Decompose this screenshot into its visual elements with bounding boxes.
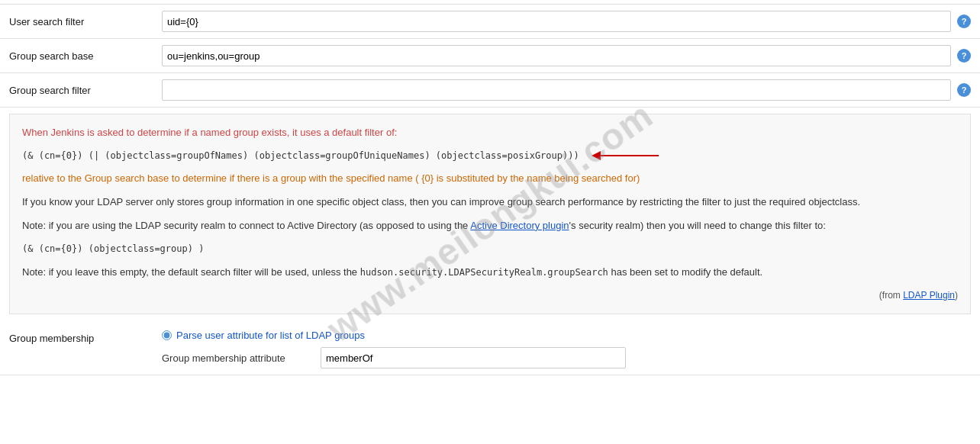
group-search-base-row: Group search base ?	[0, 39, 980, 73]
active-directory-plugin-link[interactable]: Active Directory plugin	[470, 220, 569, 231]
group-search-filter-input-wrap: ?	[162, 79, 971, 101]
radio-row: Parse user attribute for list of LDAP gr…	[162, 330, 971, 341]
group-search-base-label: Group search base	[9, 50, 162, 62]
user-search-filter-input[interactable]	[162, 11, 951, 32]
group-membership-attribute-input[interactable]	[321, 347, 626, 368]
red-arrow	[592, 150, 660, 162]
info-line7-pre: Note: if you leave this empty, the defau…	[22, 266, 360, 278]
from-post: )	[955, 290, 958, 301]
user-search-filter-row: User search filter ?	[0, 5, 980, 39]
info-line4: If you know your LDAP server only stores…	[22, 195, 958, 211]
info-line7-post: has been set to modify the default.	[608, 266, 762, 278]
user-search-filter-input-wrap: ?	[162, 11, 971, 32]
info-line6: (& (cn={0}) (objectclass=group) )	[22, 241, 958, 257]
info-line5-pre: Note: if you are using the LDAP security…	[22, 220, 470, 231]
info-line5: Note: if you are using the LDAP security…	[22, 218, 958, 234]
group-search-filter-label: Group search filter	[9, 85, 162, 96]
group-membership-attribute-label: Group membership attribute	[162, 352, 314, 364]
svg-marker-1	[592, 151, 601, 160]
user-search-filter-help[interactable]: ?	[957, 14, 971, 28]
info-line7-code: hudson.security.LDAPSecurityRealm.groupS…	[360, 267, 608, 278]
group-membership-content: Parse user attribute for list of LDAP gr…	[162, 330, 971, 368]
info-line1: When Jenkins is asked to determine if a …	[22, 125, 958, 141]
info-line2-row: (& (cn={0}) (| (objectclass=groupOfNames…	[22, 149, 958, 163]
group-search-filter-help[interactable]: ?	[957, 83, 971, 97]
info-line5-post: 's security realm) then you will need to…	[569, 220, 826, 231]
info-line2: (& (cn={0}) (| (objectclass=groupOfNames…	[22, 149, 579, 163]
group-search-base-input[interactable]	[162, 45, 951, 66]
group-search-base-help[interactable]: ?	[957, 49, 971, 63]
parse-user-attribute-label: Parse user attribute for list of LDAP gr…	[176, 330, 365, 341]
ldap-plugin-link[interactable]: LDAP Plugin	[903, 290, 955, 301]
group-membership-attribute-row: Group membership attribute	[162, 347, 971, 368]
from-line: (from LDAP Plugin)	[22, 288, 958, 303]
group-search-base-input-wrap: ?	[162, 45, 971, 66]
group-search-filter-input[interactable]	[162, 79, 951, 101]
group-membership-label: Group membership	[9, 330, 162, 344]
user-search-filter-label: User search filter	[9, 16, 162, 27]
group-search-filter-row: Group search filter ?	[0, 73, 980, 108]
info-line7: Note: if you leave this empty, the defau…	[22, 265, 958, 281]
info-line3: relative to the Group search base to det…	[22, 171, 958, 187]
group-membership-section: Group membership Parse user attribute fo…	[0, 323, 980, 375]
from-pre: (from	[879, 290, 903, 301]
info-box: When Jenkins is asked to determine if a …	[9, 114, 971, 314]
parse-user-attribute-radio[interactable]	[162, 330, 172, 340]
